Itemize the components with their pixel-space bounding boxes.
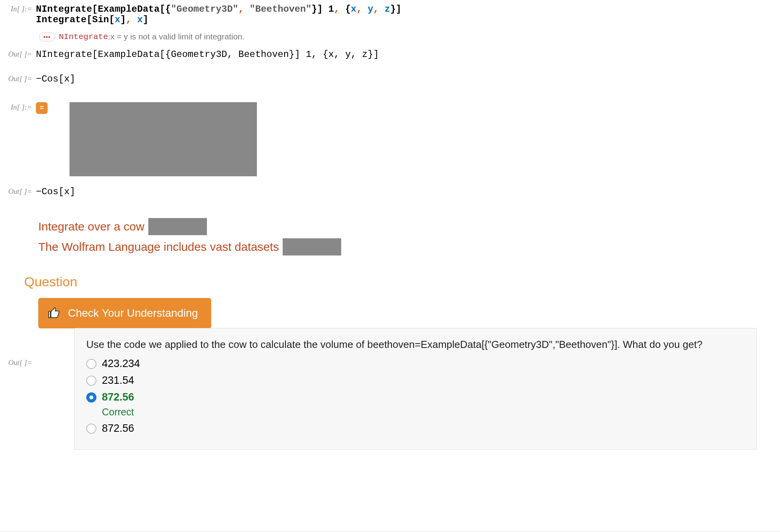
space xyxy=(323,4,328,14)
open-brace: [{ xyxy=(160,4,171,14)
comma: , xyxy=(356,4,362,14)
radio-icon xyxy=(86,424,96,434)
redacted-chip xyxy=(283,238,341,255)
output-text-2: −Cos[x] xyxy=(36,74,780,84)
out-label: Out[ ]= xyxy=(0,74,36,83)
check-understanding-label: Check Your Understanding xyxy=(68,307,198,319)
error-message: ••• NIntegrate: x = y is not a valid lim… xyxy=(39,32,780,41)
quiz-option-3[interactable]: 872.56 xyxy=(86,421,744,436)
out-label: Out[ ]= xyxy=(0,49,36,59)
message-head: NIntegrate xyxy=(59,32,108,41)
radio-icon xyxy=(86,376,96,386)
open-bracket: [ xyxy=(109,14,114,25)
graphics-placeholder xyxy=(69,102,257,176)
quiz-option-1[interactable]: 231.54 xyxy=(86,373,744,388)
fn-integrate: Integrate xyxy=(36,14,87,25)
close-bracket: ] xyxy=(396,4,401,14)
correct-label: Correct xyxy=(102,406,744,418)
out-label: Out[ ]= xyxy=(0,328,36,367)
minus-sign: − xyxy=(36,74,41,84)
question-heading: Question xyxy=(24,274,780,289)
fn-exampledata: ExampleData xyxy=(98,4,159,14)
fn-cos: Cos xyxy=(41,74,58,84)
close-bracket: ] xyxy=(143,14,148,25)
section-link-datasets[interactable]: The Wolfram Language includes vast datas… xyxy=(38,238,780,255)
output-cell-2: Out[ ]= −Cos[x] xyxy=(0,74,780,84)
symbol-x: x xyxy=(115,14,120,25)
check-understanding-button[interactable]: Check Your Understanding xyxy=(38,298,211,328)
quiz-option-label: 872.56 xyxy=(102,422,134,434)
quiz-option-label: 872.56 xyxy=(102,391,134,403)
quiz-option-0[interactable]: 423.234 xyxy=(86,356,744,371)
output-cell-1: Out[ ]= NIntegrate[ExampleData[{Geometry… xyxy=(0,49,780,60)
fn-nintegrate: NIntegrate xyxy=(36,4,92,14)
close-bracket: ] xyxy=(69,74,75,84)
section-link-text: The Wolfram Language includes vast datas… xyxy=(38,240,279,254)
comma: , xyxy=(126,14,131,25)
output-cell-3: Out[ ]= −Cos[x] xyxy=(0,186,780,197)
thumbs-up-icon xyxy=(48,307,61,320)
output-text-1: NIntegrate[ExampleData[{Geometry3D, Beet… xyxy=(36,49,780,60)
fn-sin: Sin xyxy=(92,14,109,25)
open-bracket: [ xyxy=(59,74,64,84)
quiz-option-label: 231.54 xyxy=(102,374,134,387)
quiz-option-label: 423.234 xyxy=(102,358,140,370)
input-cell-1: In[ ]:= NIntegrate[ExampleData[{"Geometr… xyxy=(0,4,780,25)
wolfram-alpha-equals-icon[interactable]: = xyxy=(36,102,48,114)
open-bracket: [ xyxy=(87,14,92,25)
close-brace: }] xyxy=(312,4,323,14)
input-cell-2: In[ ]:= = xyxy=(0,102,780,176)
message-body: x = y is not a valid limit of integratio… xyxy=(110,32,245,41)
space xyxy=(362,4,367,14)
radio-icon xyxy=(86,359,96,369)
out-label: Out[ ]= xyxy=(0,186,36,196)
open-bracket: [ xyxy=(92,4,98,14)
comma: , xyxy=(239,4,244,14)
minus-sign: − xyxy=(36,186,41,197)
space xyxy=(132,14,137,25)
quiz-prompt: Use the code we applied to the cow to ca… xyxy=(86,339,744,351)
quiz-option-2[interactable]: 872.56 xyxy=(86,390,744,405)
space xyxy=(244,4,249,14)
symbol-x: x xyxy=(64,74,69,84)
space xyxy=(379,4,385,14)
output-text-3: −Cos[x] xyxy=(36,186,780,197)
string-geometry3d: "Geometry3D" xyxy=(171,4,239,14)
message-dots-icon[interactable]: ••• xyxy=(39,32,55,41)
fn-cos: Cos xyxy=(41,186,58,197)
string-beethoven: "Beethoven" xyxy=(249,4,311,14)
redacted-chip xyxy=(148,218,207,235)
close-brace: } xyxy=(390,4,395,14)
close-bracket: ] xyxy=(120,14,126,25)
symbol-x: x xyxy=(137,14,142,25)
comma: , xyxy=(373,4,379,14)
symbol-x: x xyxy=(351,4,356,14)
radio-icon-selected xyxy=(86,392,96,403)
quiz-panel: Use the code we applied to the cow to ca… xyxy=(74,328,757,450)
section-link-text: Integrate over a cow xyxy=(38,220,144,233)
space xyxy=(340,4,345,14)
open-brace: { xyxy=(345,4,351,14)
code-line-1[interactable]: NIntegrate[ExampleData[{"Geometry3D", "B… xyxy=(36,4,780,25)
close-bracket: ] xyxy=(69,186,75,197)
comma: , xyxy=(334,4,339,14)
open-bracket: [ xyxy=(59,186,64,197)
symbol-z: z xyxy=(385,4,390,14)
symbol-y: y xyxy=(368,4,373,14)
literal-one: 1 xyxy=(328,4,334,14)
in-label: In[ ]:= xyxy=(0,4,36,13)
in-label: In[ ]:= xyxy=(0,102,36,112)
symbol-x: x xyxy=(64,186,69,197)
section-link-cow[interactable]: Integrate over a cow xyxy=(38,218,780,235)
